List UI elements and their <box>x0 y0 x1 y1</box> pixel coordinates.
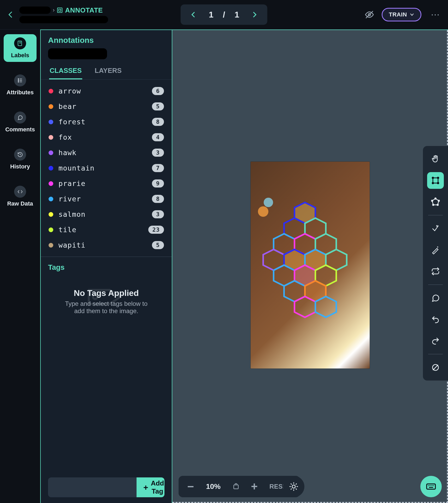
dataset-name-redacted <box>19 16 108 23</box>
class-count-badge: 9 <box>152 179 164 188</box>
smart-select-tool[interactable] <box>427 220 444 237</box>
more-menu-button[interactable]: ⋯ <box>428 8 442 21</box>
rail-attributes[interactable]: Attributes <box>4 71 37 99</box>
tool-palette <box>423 146 448 381</box>
class-row[interactable]: prarie9 <box>43 176 169 191</box>
rail-rawdata[interactable]: Raw Data <box>4 183 37 210</box>
class-row[interactable]: hawk3 <box>43 145 169 160</box>
rail-labels[interactable]: Labels <box>4 34 37 62</box>
class-color-swatch <box>49 197 53 201</box>
comment-tool[interactable] <box>427 290 444 306</box>
svg-point-29 <box>264 198 273 207</box>
redo-button[interactable] <box>427 332 444 349</box>
breadcrumb: › ANNOTATE <box>19 6 108 23</box>
class-color-swatch <box>49 212 53 217</box>
class-row[interactable]: mountain7 <box>43 160 169 176</box>
svg-rect-54 <box>427 484 435 489</box>
class-name: tile <box>58 226 76 234</box>
class-count-badge: 8 <box>152 195 164 203</box>
history-icon <box>14 149 26 161</box>
svg-line-51 <box>296 489 297 489</box>
class-row[interactable]: bear5 <box>43 99 169 114</box>
annotations-panel: Annotations CLASSES LAYERS arrow6bear5fo… <box>41 30 172 503</box>
magic-wand-tool[interactable] <box>427 242 444 258</box>
keyboard-shortcuts-button[interactable] <box>420 476 442 497</box>
rail-history-text: History <box>10 163 30 170</box>
svg-point-33 <box>437 177 439 179</box>
class-count-badge: 7 <box>152 164 164 172</box>
class-row[interactable]: wapiti5 <box>43 237 169 253</box>
null-tool[interactable] <box>427 359 444 376</box>
class-name: forest <box>58 118 86 126</box>
class-row[interactable]: forest8 <box>43 114 169 130</box>
class-row[interactable]: tile23 <box>43 222 169 237</box>
class-row[interactable]: arrow6 <box>43 83 169 99</box>
svg-line-43 <box>433 365 438 370</box>
svg-point-7 <box>18 81 19 82</box>
class-count-badge: 3 <box>152 149 164 157</box>
back-button[interactable] <box>6 9 16 20</box>
zoom-out-button[interactable]: − <box>185 481 196 492</box>
rail-history[interactable]: History <box>4 145 37 173</box>
class-list: arrow6bear5forest8fox4hawk3mountain7prar… <box>41 80 172 256</box>
rail-comments-text: Comments <box>5 126 35 133</box>
next-image-button[interactable] <box>249 9 261 21</box>
class-count-badge: 4 <box>152 133 164 141</box>
svg-line-52 <box>291 489 291 489</box>
breadcrumb-annotate[interactable]: ANNOTATE <box>57 6 103 14</box>
tags-empty-body: Type and select tags below to add them t… <box>59 300 153 315</box>
annotated-image[interactable] <box>251 162 370 369</box>
class-name: wapiti <box>58 241 86 249</box>
add-tag-label: Add Tag <box>151 479 164 495</box>
class-row[interactable]: river8 <box>43 191 169 207</box>
class-color-swatch <box>49 181 53 186</box>
tag-input[interactable] <box>48 477 137 497</box>
tab-layers[interactable]: LAYERS <box>94 67 122 80</box>
class-count-badge: 5 <box>152 102 164 110</box>
svg-line-53 <box>296 484 297 484</box>
class-count-badge: 3 <box>152 210 164 218</box>
class-name: salmon <box>58 210 86 218</box>
bbox-tool[interactable] <box>427 172 444 189</box>
comment-icon <box>14 112 26 124</box>
rail-rawdata-text: Raw Data <box>7 200 33 207</box>
hand-tool[interactable] <box>427 151 444 167</box>
zoom-in-button[interactable]: + <box>249 481 260 492</box>
class-count-badge: 5 <box>152 241 164 249</box>
visibility-toggle-icon[interactable] <box>364 9 375 20</box>
zoom-fit-button[interactable] <box>230 481 242 492</box>
svg-point-34 <box>432 182 434 184</box>
brightness-button[interactable] <box>283 476 304 497</box>
train-button[interactable]: TRAIN <box>382 8 421 21</box>
rail-labels-text: Labels <box>11 52 29 59</box>
canvas-area[interactable]: − 10% + RESET <box>172 30 448 503</box>
repeat-tool[interactable] <box>427 263 444 280</box>
undo-button[interactable] <box>427 311 444 328</box>
tags-title: Tags <box>48 263 164 272</box>
zoom-bar: − 10% + RESET <box>179 476 300 497</box>
svg-rect-44 <box>234 485 238 489</box>
svg-point-6 <box>18 80 19 81</box>
page-separator: / <box>223 10 225 20</box>
side-rail: Labels Attributes Comments History Raw D… <box>0 30 41 503</box>
class-name: hawk <box>58 149 76 157</box>
svg-point-32 <box>432 177 434 179</box>
class-color-swatch <box>49 243 53 248</box>
svg-point-35 <box>437 182 439 184</box>
svg-marker-27 <box>294 296 315 317</box>
svg-point-38 <box>438 200 439 201</box>
add-tag-button[interactable]: + Add Tag <box>137 477 164 497</box>
svg-marker-28 <box>315 296 336 317</box>
prev-image-button[interactable] <box>187 9 199 21</box>
class-filter-redacted[interactable] <box>48 48 107 59</box>
class-row[interactable]: salmon3 <box>43 207 169 222</box>
labels-icon <box>14 37 26 49</box>
class-count-badge: 6 <box>152 87 164 95</box>
class-row[interactable]: fox4 <box>43 130 169 145</box>
polygon-tool[interactable] <box>427 194 444 210</box>
tab-classes[interactable]: CLASSES <box>49 67 82 80</box>
svg-rect-0 <box>57 8 62 13</box>
class-name: river <box>58 195 81 203</box>
rail-comments[interactable]: Comments <box>4 108 37 136</box>
class-color-swatch <box>49 89 53 93</box>
